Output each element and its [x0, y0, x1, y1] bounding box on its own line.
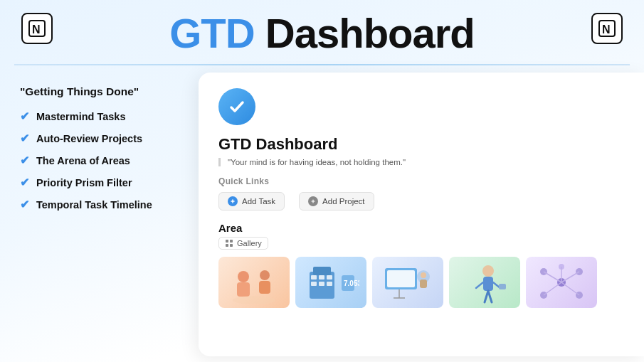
svg-point-12 — [260, 270, 270, 280]
svg-rect-9 — [230, 244, 233, 247]
svg-rect-6 — [226, 240, 228, 243]
sidebar-heading: "Getting Things Done" — [20, 85, 181, 98]
page-wrapper: N GTD Dashboard N "Getting Things Done" … — [0, 0, 644, 362]
title-gtd: GTD — [169, 10, 254, 56]
svg-point-14 — [233, 296, 275, 304]
dashboard-panel: GTD Dashboard "Your mind is for having i… — [199, 73, 644, 356]
svg-line-36 — [476, 282, 483, 288]
quick-links-row: Add Task Add Project — [218, 192, 624, 211]
check-icon-4: ✔ — [20, 176, 29, 189]
quick-links-label: Quick Links — [218, 176, 624, 186]
svg-point-10 — [238, 271, 249, 282]
sidebar-label-priority-prism-filter: Priority Prism Filter — [36, 177, 132, 188]
sidebar-label-mastermind-tasks: Mastermind Tasks — [36, 111, 125, 122]
gallery-thumb-1 — [218, 257, 290, 308]
svg-rect-26 — [387, 270, 415, 287]
svg-rect-17 — [311, 275, 317, 280]
svg-text:7.053: 7.053 — [344, 280, 359, 287]
sidebar-label-auto-review-projects: Auto-Review Projects — [36, 133, 142, 144]
check-icon-2: ✔ — [20, 132, 29, 145]
add-task-label: Add Task — [242, 197, 275, 206]
check-icon-3: ✔ — [20, 154, 29, 167]
svg-rect-8 — [226, 244, 228, 247]
svg-rect-22 — [327, 282, 332, 286]
svg-rect-20 — [311, 282, 317, 286]
notion-icon-left: N — [21, 13, 53, 44]
gallery-thumb-5 — [526, 257, 597, 308]
gallery-thumb-4 — [449, 257, 520, 308]
dash-icon-row — [218, 88, 624, 125]
notion-icon-right: N — [591, 13, 623, 44]
sidebar-item-arena-of-areas[interactable]: ✔ The Arena of Areas — [20, 154, 181, 167]
add-project-button[interactable]: Add Project — [299, 192, 374, 211]
area-label: Area — [218, 222, 624, 234]
svg-line-47 — [544, 282, 561, 295]
gallery-icon — [225, 239, 233, 247]
svg-point-32 — [482, 265, 494, 277]
svg-text:N: N — [32, 23, 41, 36]
sidebar-label-temporal-task-timeline: Temporal Task Timeline — [36, 199, 152, 211]
add-task-button[interactable]: Add Task — [218, 192, 285, 211]
add-project-icon — [308, 196, 318, 206]
svg-rect-13 — [259, 281, 270, 294]
svg-rect-7 — [230, 240, 233, 243]
notion-logo-left: N — [21, 13, 53, 44]
title-dashboard: Dashboard — [255, 10, 475, 56]
dash-title: GTD Dashboard — [218, 135, 624, 154]
check-icon-1: ✔ — [20, 110, 29, 123]
page-title: GTD Dashboard — [169, 13, 475, 54]
add-task-icon — [228, 196, 238, 206]
svg-rect-18 — [319, 275, 324, 280]
header: N GTD Dashboard N — [0, 0, 644, 64]
sidebar-label-arena-of-areas: The Arena of Areas — [36, 155, 130, 166]
sidebar-item-auto-review-projects[interactable]: ✔ Auto-Review Projects — [20, 132, 181, 145]
notion-logo-right: N — [591, 13, 623, 44]
sidebar-item-mastermind-tasks[interactable]: ✔ Mastermind Tasks — [20, 110, 181, 123]
svg-text:N: N — [602, 23, 611, 36]
svg-rect-29 — [420, 280, 427, 288]
gallery-thumb-3 — [372, 257, 443, 308]
svg-rect-38 — [499, 284, 506, 289]
svg-line-46 — [561, 272, 579, 282]
sidebar-item-priority-prism-filter[interactable]: ✔ Priority Prism Filter — [20, 176, 181, 189]
svg-rect-19 — [327, 275, 332, 280]
gallery-grid: 7.053 — [218, 257, 624, 308]
dash-check-circle — [218, 88, 255, 125]
svg-line-45 — [544, 272, 561, 282]
main-content: "Getting Things Done" ✔ Mastermind Tasks… — [0, 65, 644, 356]
gallery-thumb-2: 7.053 — [295, 257, 366, 308]
svg-line-35 — [488, 291, 492, 302]
gallery-tab[interactable]: Gallery — [218, 237, 268, 250]
sidebar: "Getting Things Done" ✔ Mastermind Tasks… — [0, 65, 196, 356]
dash-quote: "Your mind is for having ideas, not hold… — [218, 158, 624, 166]
svg-line-48 — [561, 282, 579, 295]
svg-rect-11 — [237, 282, 250, 297]
add-project-label: Add Project — [322, 197, 364, 206]
gallery-tab-label: Gallery — [237, 239, 262, 247]
svg-rect-21 — [319, 282, 324, 286]
svg-point-28 — [421, 272, 426, 278]
check-icon-5: ✔ — [20, 198, 29, 211]
svg-rect-33 — [483, 277, 493, 291]
sidebar-item-temporal-task-timeline[interactable]: ✔ Temporal Task Timeline — [20, 198, 181, 211]
svg-rect-16 — [313, 267, 331, 275]
